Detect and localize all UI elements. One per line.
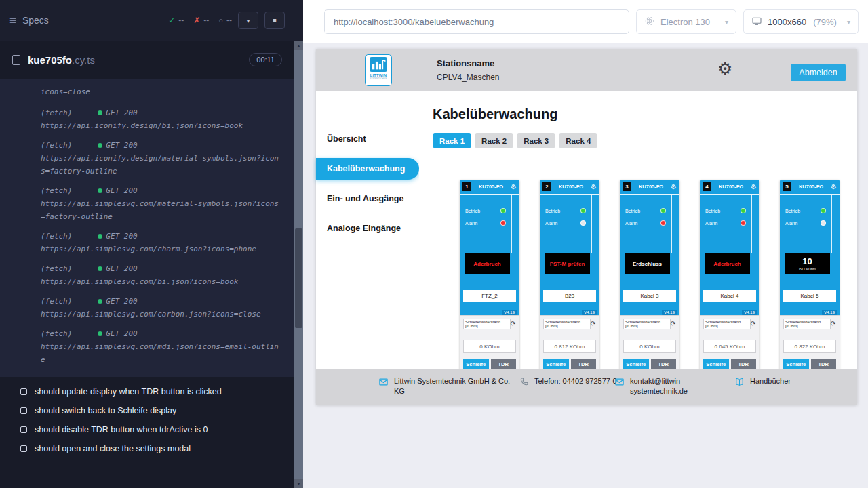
tdr-button[interactable]: TDR [731,359,757,369]
led-panel: Betrieb Alarm [705,208,746,232]
firmware-version: V4.19 [582,310,597,315]
specs-toggle-button[interactable]: ≡ Specs [9,15,49,26]
refresh-icon[interactable]: ⟳ [511,321,516,327]
footer-phone[interactable]: Telefon: 04402 972577-0 [519,376,618,389]
email-icon [378,376,389,390]
viewport-zoom: (79%) [813,17,837,27]
log-entry[interactable]: (fetch) GET 200 https://api.iconify.desi… [41,139,279,178]
status-display: PST-M prüfen [545,253,590,274]
card-gear-icon[interactable]: ⚙ [671,184,677,190]
status-display: Erdschluss [625,253,670,274]
panel-scrollbar[interactable]: ▲ ▼ [294,41,303,488]
test-item[interactable]: should disable TDR button when tdrActive… [0,420,294,439]
scrollbar-thumb[interactable] [295,228,302,328]
circle-icon: ○ [218,16,223,24]
refresh-icon[interactable]: ⟳ [831,321,836,327]
card-gear-icon[interactable]: ⚙ [751,184,757,190]
tdr-button[interactable]: TDR [571,359,597,369]
card-gear-icon[interactable]: ⚙ [591,184,597,190]
schleife-button[interactable]: Schleife [783,359,809,369]
sidebar-item-kabelueberwachung[interactable]: Kabelüberwachung [316,158,419,180]
resistance-value: 0 KOhm [463,340,516,353]
refresh-icon[interactable]: ⟳ [751,321,756,327]
settings-gear-icon[interactable]: ⚙ [717,58,732,80]
card-header: 1 KÜ705-FO ⚙ [460,180,519,195]
schleife-button[interactable]: Schleife [703,359,729,369]
tab-rack-3[interactable]: Rack 3 [517,133,555,148]
measurement-panel: Schleifenwiderstand [kOhm] ⟳ 0 KOhm Schl… [620,315,679,369]
footer-manuals[interactable]: Handbücher [734,376,791,390]
app-footer: Littwin Systemtechnik GmbH & Co. KG Tele… [316,369,857,405]
tab-rack-1[interactable]: Rack 1 [433,133,471,148]
app-sidebar: Übersicht Kabelüberwachung Ein- und Ausg… [316,92,419,369]
footer-company[interactable]: Littwin Systemtechnik GmbH & Co. KG [378,376,514,396]
card-model: KÜ705-FO [633,184,669,190]
url-input[interactable] [324,9,629,34]
led-panel: Betrieb Alarm [465,208,506,232]
sidebar-item-ein-und-ausgaenge[interactable]: Ein- und Ausgänge [316,188,419,209]
schleife-button[interactable]: Schleife [463,359,489,369]
app-window: LITTWIN SYSTEMTECHNIK Stationsname CPLV4… [316,49,857,405]
scroll-up-arrow[interactable]: ▲ [294,41,303,50]
schleife-button[interactable]: Schleife [623,359,649,369]
request-url: https://api.iconify.design/material-symb… [41,152,279,178]
divider [751,195,752,253]
sidebar-item-analoge-eingaenge[interactable]: Analoge Eingänge [316,218,419,239]
card-header: 5 KÜ705-FO ⚙ [780,180,840,195]
firmware-version: V4.19 [662,310,677,315]
schleife-button[interactable]: Schleife [543,359,569,369]
status-display: 10 ISO MOhm [785,253,830,274]
logout-button[interactable]: Abmelden [791,64,846,81]
resistance-value: 0.822 KOhm [783,340,836,353]
footer-email[interactable]: kontakt@littwin-systemtechnik.de [614,376,713,396]
test-item[interactable]: should switch back to Schleife display [0,401,294,420]
electron-icon [644,16,655,28]
refresh-icon[interactable]: ⟳ [671,321,676,327]
station-label: Stationsname [437,58,500,68]
spec-header: kue705fo .cy.ts 00:11 [0,41,294,79]
collapse-button[interactable]: ▾ [238,12,258,29]
status-dot [98,299,102,304]
log-entry[interactable]: (fetch) GET 200 https://api.simplesvg.co… [41,295,279,321]
resistance-value: 0 KOhm [623,340,676,353]
logo-sub-text: SYSTEMTECHNIK [366,77,391,80]
test-state-icon [20,426,27,433]
tab-rack-2[interactable]: Rack 2 [475,133,513,148]
viewport-size: 1000x660 [768,17,806,27]
tdr-button[interactable]: TDR [491,359,517,369]
measurement-panel: Schleifenwiderstand [kOhm] ⟳ 0.812 KOhm … [540,315,599,369]
test-state-icon [20,445,27,452]
stop-button[interactable]: ■ [264,12,285,29]
card-gear-icon[interactable]: ⚙ [511,184,517,190]
card-header: 2 KÜ705-FO ⚙ [540,180,599,195]
test-item[interactable]: should open and close the settings modal [0,439,294,458]
firmware-version: V4.19 [742,310,757,315]
log-entry[interactable]: (fetch) GET 200 https://api.simplesvg.co… [41,327,279,366]
card-gear-icon[interactable]: ⚙ [831,184,837,190]
scroll-down-arrow[interactable]: ▼ [294,479,303,488]
resistance-value: 0.645 KOhm [703,340,756,353]
divider [831,195,832,253]
tdr-button[interactable]: TDR [651,359,677,369]
sidebar-item-uebersicht[interactable]: Übersicht [316,128,419,150]
mail-icon [614,376,625,390]
station-name: CPLV4_Maschen [437,73,500,82]
logo-mark-icon [370,57,387,72]
tdr-button[interactable]: TDR [811,359,837,369]
log-entry[interactable]: (fetch) GET 200 https://api.simplesvg.co… [41,184,279,223]
test-stats: ✓ -- ✗ -- ○ -- [168,16,232,25]
test-item[interactable]: should update display when TDR button is… [0,382,294,401]
refresh-icon[interactable]: ⟳ [591,321,596,327]
spec-name[interactable]: kue705fo [28,54,72,66]
ku705-card-2: 2 KÜ705-FO ⚙ Betrieb Alarm PST-M prüfen [540,180,599,369]
log-entry[interactable]: (fetch) GET 200 https://api.iconify.desi… [41,106,279,132]
tab-rack-4[interactable]: Rack 4 [559,133,597,148]
runner-topbar: ≡ Specs ✓ -- ✗ -- ○ -- ▾ ■ [0,0,294,41]
viewport-selector[interactable]: 1000x660 (79%) ▾ [743,9,859,34]
cable-name: FTZ_2 [463,290,516,302]
log-entry[interactable]: (fetch) GET 200 https://api.simplesvg.co… [41,262,279,288]
status-dot [98,188,102,193]
browser-selector[interactable]: Electron 130 ▾ [636,9,736,34]
check-icon: ✓ [168,16,175,25]
log-entry[interactable]: (fetch) GET 200 https://api.simplesvg.co… [41,230,279,256]
